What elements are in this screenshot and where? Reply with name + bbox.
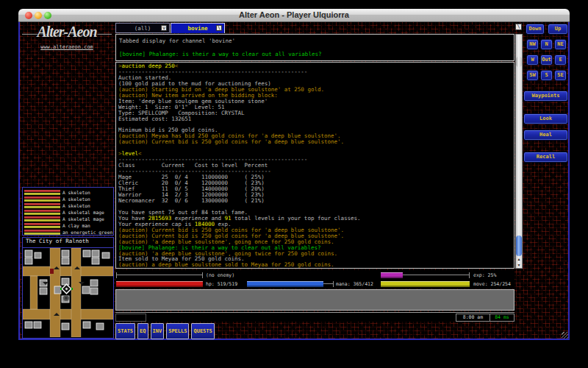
window-title: Alter Aeon - Player Ulquiorra: [18, 10, 570, 19]
nav-button-down[interactable]: Down: [526, 24, 545, 35]
desktop: Alter Aeon - Player Ulquiorra Alter-Aeon…: [0, 0, 588, 368]
nav-button-heal[interactable]: Heal: [523, 130, 568, 141]
latency: 84 ms: [490, 314, 514, 321]
nav-button-w[interactable]: W: [526, 54, 539, 66]
tab-all[interactable]: (all) v: [115, 23, 170, 33]
bottom-tab-spells[interactable]: SPELLS: [166, 323, 189, 339]
nav-button-se[interactable]: SE: [554, 70, 567, 81]
bottom-tab-stats[interactable]: STATS: [115, 323, 135, 339]
bottom-tab-inv[interactable]: INV: [151, 323, 165, 339]
command-input[interactable]: [115, 289, 514, 311]
tab-bovine[interactable]: bovine \: [171, 23, 225, 33]
scroll-up-arrow[interactable]: ▲: [516, 256, 522, 262]
member-health-bars: [24, 230, 60, 235]
member-name: an energetic green: [62, 230, 112, 235]
member-name: A skeleton: [62, 203, 90, 208]
bottom-tab-quests[interactable]: QUESTS: [191, 323, 214, 339]
gauge: [381, 281, 470, 287]
nav-button-s[interactable]: S: [540, 70, 553, 81]
nav-button-n[interactable]: N: [540, 39, 553, 50]
member-health-bars: [24, 197, 60, 202]
channel-pane-message: [bovine] Phalange: is their a way to cle…: [119, 51, 511, 57]
nav-button-sw[interactable]: SW: [526, 70, 539, 81]
member-name: A skeleton: [62, 197, 90, 202]
gauge-label: mana: 365/412: [336, 281, 373, 287]
party-member-row[interactable]: A skeleton: [24, 196, 112, 202]
member-health-bars: [24, 216, 60, 222]
member-health-bars: [24, 223, 60, 228]
time-info: 8:00 am 84 ms: [456, 314, 514, 322]
gauge: [381, 272, 470, 278]
party-member-row[interactable]: A skeletal mage: [24, 216, 112, 222]
terminal-scrollbar[interactable]: ▲ ▼: [515, 34, 523, 269]
nav-button-look[interactable]: Look: [523, 113, 568, 124]
gauge-label: (no enemy): [206, 272, 234, 278]
nav-button-nw[interactable]: NW: [526, 39, 539, 50]
scroll-down-arrow[interactable]: ▼: [516, 262, 522, 268]
member-name: A skeletal mage: [62, 216, 104, 222]
nav-button-recall[interactable]: Recall: [523, 152, 568, 163]
member-health-bars: [24, 190, 60, 195]
pane-splitter-knob[interactable]: [516, 57, 522, 67]
resize-grip[interactable]: [562, 332, 568, 339]
terminal-log[interactable]: >auction deep 250<----------------------…: [115, 62, 514, 269]
member-health-bars: [24, 210, 60, 215]
gauge: [116, 281, 203, 287]
channel-pane: Tabbed display for channel 'bovine' [bov…: [115, 34, 514, 61]
terminal-line: (auction) a deep blue soulstone sold to …: [118, 262, 512, 268]
bottom-tab-eq[interactable]: EQ: [137, 323, 148, 339]
party-member-row[interactable]: A clay man: [24, 222, 112, 229]
terminal-line: Estimated cost: 132651: [118, 116, 512, 122]
terminal-line: (auction) Current bid is 250 gold coins …: [118, 139, 512, 145]
titlebar[interactable]: Alter Aeon - Player Ulquiorra: [18, 9, 570, 22]
gauge: [116, 272, 203, 278]
city-map[interactable]: [23, 248, 113, 337]
terminal-line: [118, 145, 512, 151]
member-health-bars: [24, 203, 60, 208]
party-member-row[interactable]: A skeletal mage: [24, 209, 112, 216]
status-bar-left: [115, 314, 146, 322]
tabbar-corner-button[interactable]: \: [515, 24, 522, 30]
channel-pane-header: Tabbed display for channel 'bovine': [119, 38, 511, 44]
nav-button-out[interactable]: Out: [540, 54, 553, 66]
app-window: Alter Aeon - Player Ulquiorra Alter-Aeon…: [18, 9, 570, 340]
status-bar: 8:00 am 84 ms: [115, 312, 514, 322]
gauge-label: move: 254/254: [473, 281, 511, 287]
party-member-row[interactable]: A skeleton: [24, 189, 112, 196]
gauge-label: hp: 519/519: [206, 281, 237, 287]
bottom-tab-bar: STATSEQINVSPELLSQUESTS: [115, 323, 215, 339]
site-link[interactable]: www.alteraeon.com: [20, 44, 114, 50]
nav-button-up[interactable]: Up: [548, 24, 568, 35]
party-member-row[interactable]: A skeleton: [24, 202, 112, 209]
party-member-row[interactable]: an energetic green: [24, 229, 112, 236]
member-name: A clay man: [62, 223, 90, 228]
nav-button-ne[interactable]: NE: [554, 39, 567, 50]
map-title: The City of Ralnoth: [23, 238, 113, 248]
terminal-line: Necromancer 32 0/ 6 13000000 ( 21%): [118, 198, 512, 204]
gauge: [247, 281, 334, 287]
scrollbar-thumb[interactable]: [516, 236, 522, 256]
game-logo: Alter-Aeon: [20, 24, 114, 43]
game-time: 8:00 am: [456, 314, 490, 321]
map-panel: The City of Ralnoth: [22, 237, 114, 339]
nav-button-waypoints[interactable]: Waypoints: [523, 91, 568, 102]
nav-button-e[interactable]: E: [554, 54, 567, 66]
member-name: A skeletal mage: [62, 210, 104, 215]
tab-all-checkbox[interactable]: v: [161, 25, 167, 31]
gauge-label: exp: 25%: [473, 272, 496, 278]
member-name: A skeleton: [62, 190, 90, 195]
party-list: A skeletonA skeletonA skeletonA skeletal…: [22, 187, 114, 236]
client-area: Alter-Aeon www.alteraeon.com A skeletonA…: [18, 22, 570, 340]
tab-bovine-checkbox[interactable]: \: [216, 25, 222, 31]
terminal-line: ----------------------------------------…: [118, 69, 512, 75]
